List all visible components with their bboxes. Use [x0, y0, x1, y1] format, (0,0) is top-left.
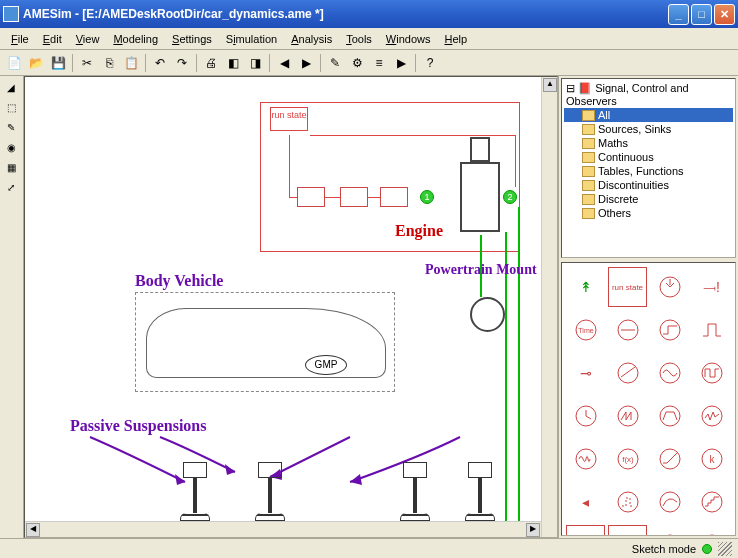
menu-file[interactable]: File: [4, 31, 36, 47]
svg-point-25: [702, 492, 722, 512]
canvas-scrollbar-horz[interactable]: ◀▶: [25, 521, 541, 537]
mode-run[interactable]: ▶: [391, 53, 411, 73]
help-button[interactable]: ?: [420, 53, 440, 73]
print-button[interactable]: 🖨: [201, 53, 221, 73]
folder-icon: [582, 166, 595, 177]
tree-root[interactable]: ⊟ 📕 Signal, Control and Observers: [564, 81, 733, 108]
library-tree[interactable]: ⊟ 📕 Signal, Control and Observers All So…: [561, 78, 736, 258]
menu-modeling[interactable]: Modeling: [106, 31, 165, 47]
pal-trapezoid[interactable]: [650, 396, 689, 436]
tree-item-maths[interactable]: Maths: [564, 136, 733, 150]
canvas-scrollbar-vert[interactable]: ▲: [541, 77, 557, 537]
menu-windows[interactable]: Windows: [379, 31, 438, 47]
menu-view[interactable]: View: [69, 31, 107, 47]
folder-icon: [582, 124, 595, 135]
pal-delay[interactable]: [608, 482, 647, 522]
tree-item-tables[interactable]: Tables, Functions: [564, 164, 733, 178]
pal-fx[interactable]: f(x): [608, 439, 647, 479]
menu-settings[interactable]: Settings: [165, 31, 219, 47]
menu-edit[interactable]: Edit: [36, 31, 69, 47]
svg-text:Time: Time: [578, 327, 593, 334]
engine-piston-sketch: [470, 137, 490, 162]
tree-item-others[interactable]: Others: [564, 206, 733, 220]
pal-prev[interactable]: ◂: [566, 482, 605, 522]
lt-2[interactable]: ⬚: [2, 98, 20, 116]
tree-item-discrete[interactable]: Discrete: [564, 192, 733, 206]
pal-transmitter[interactable]: ↟: [566, 267, 605, 307]
undo-button[interactable]: ↶: [150, 53, 170, 73]
pal-sawtooth[interactable]: [608, 396, 647, 436]
pal-ramp2[interactable]: [650, 439, 689, 479]
lt-3[interactable]: ✎: [2, 118, 20, 136]
pal-ramp[interactable]: [608, 353, 647, 393]
pal-clock[interactable]: [566, 396, 605, 436]
window-title: AMESim - [E:/AMEDeskRootDir/car_dynamics…: [23, 7, 668, 21]
pal-square[interactable]: [692, 353, 731, 393]
runstate-block[interactable]: run state: [270, 107, 308, 131]
tree-item-continuous[interactable]: Continuous: [564, 150, 733, 164]
copy-button[interactable]: ⎘: [99, 53, 119, 73]
pal-random[interactable]: [692, 396, 731, 436]
svg-point-15: [660, 406, 680, 426]
menu-help[interactable]: Help: [437, 31, 474, 47]
pal-target[interactable]: [692, 525, 731, 536]
engine-block-sketch[interactable]: [460, 162, 500, 232]
menu-simulation[interactable]: Simulation: [219, 31, 284, 47]
tree-item-sources[interactable]: Sources, Sinks: [564, 122, 733, 136]
car-selection-box[interactable]: [135, 292, 395, 392]
component-converter[interactable]: [380, 187, 408, 207]
pal-sine[interactable]: [650, 353, 689, 393]
menu-tools[interactable]: Tools: [339, 31, 379, 47]
pal-pulse2[interactable]: [650, 525, 689, 536]
paste-button[interactable]: 📋: [121, 53, 141, 73]
tool-b[interactable]: ◨: [245, 53, 265, 73]
pal-receiver[interactable]: [650, 267, 689, 307]
back-button[interactable]: ◀: [274, 53, 294, 73]
component-gain[interactable]: [340, 187, 368, 207]
pal-step[interactable]: [650, 310, 689, 350]
pal-constant[interactable]: [608, 310, 647, 350]
resize-grip[interactable]: [718, 542, 732, 556]
pal-sample[interactable]: SMP: [608, 525, 647, 536]
pal-text[interactable]: E=3: [566, 525, 605, 536]
pal-terminator[interactable]: ⟞!: [692, 267, 731, 307]
svg-point-9: [660, 320, 680, 340]
mode-submodel[interactable]: ⚙: [347, 53, 367, 73]
menu-analysis[interactable]: Analysis: [284, 31, 339, 47]
node-1[interactable]: 1: [420, 190, 434, 204]
fwd-button[interactable]: ▶: [296, 53, 316, 73]
close-button[interactable]: ✕: [714, 4, 735, 25]
minimize-button[interactable]: _: [668, 4, 689, 25]
svg-text:k: k: [709, 454, 715, 465]
redo-button[interactable]: ↷: [172, 53, 192, 73]
tool-a[interactable]: ◧: [223, 53, 243, 73]
lt-4[interactable]: ◉: [2, 138, 20, 156]
lt-6[interactable]: ⤢: [2, 178, 20, 196]
component-battery[interactable]: [297, 187, 325, 207]
pal-node[interactable]: ⊸: [566, 353, 605, 393]
status-led-icon: [702, 544, 712, 554]
tree-item-discont[interactable]: Discontinuities: [564, 178, 733, 192]
svg-point-26: [660, 535, 680, 536]
new-button[interactable]: 📄: [4, 53, 24, 73]
mode-sketch[interactable]: ✎: [325, 53, 345, 73]
maximize-button[interactable]: □: [691, 4, 712, 25]
node-2[interactable]: 2: [503, 190, 517, 204]
sketch-canvas[interactable]: run state 1 2 Engine Body Vehicle Powert…: [24, 76, 558, 538]
tree-item-all[interactable]: All: [564, 108, 733, 122]
pal-spline[interactable]: [650, 482, 689, 522]
save-button[interactable]: 💾: [48, 53, 68, 73]
pal-multistep[interactable]: [692, 482, 731, 522]
cut-button[interactable]: ✂: [77, 53, 97, 73]
open-button[interactable]: 📂: [26, 53, 46, 73]
pal-pulse[interactable]: [692, 310, 731, 350]
mount-sketch[interactable]: [470, 297, 505, 332]
mode-param[interactable]: ≡: [369, 53, 389, 73]
pal-runstate[interactable]: run state: [608, 267, 647, 307]
app-icon: [3, 6, 19, 22]
lt-1[interactable]: ◢: [2, 78, 20, 96]
pal-chirp[interactable]: [566, 439, 605, 479]
pal-time[interactable]: Time: [566, 310, 605, 350]
pal-gain-k[interactable]: k: [692, 439, 731, 479]
lt-5[interactable]: ▦: [2, 158, 20, 176]
